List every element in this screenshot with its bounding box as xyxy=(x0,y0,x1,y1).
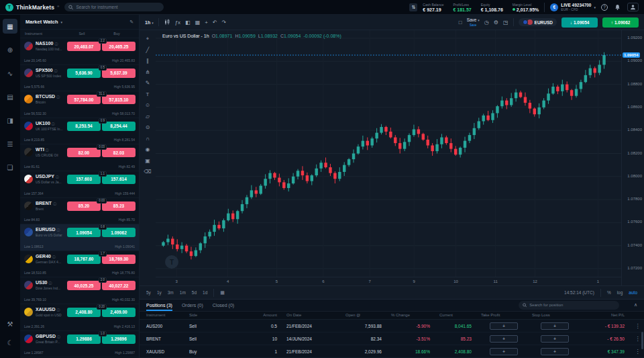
sidebar-item-portfolio portfolio-icon[interactable]: ❏ xyxy=(3,160,17,175)
candle-style-icon[interactable] xyxy=(164,19,170,26)
range-button-1y[interactable]: 1y xyxy=(157,290,162,295)
buy-price-button[interactable]: 40,027.22 xyxy=(102,281,136,290)
tab-orders[interactable]: Orders (0) xyxy=(182,300,203,311)
visibility-tool[interactable]: ◉ xyxy=(146,146,150,152)
add-chart-icon[interactable]: + xyxy=(205,19,208,26)
add-take-profit-button[interactable]: + xyxy=(490,335,518,343)
chart-plot[interactable]: Euro vs US Dollar - 1h O1.08971 H1.09059… xyxy=(156,30,621,277)
indicators-icon[interactable]: ƒx xyxy=(175,19,180,26)
instrument-row[interactable]: USDJPYⓘUS Dollar vs Ja...Low 157.364High… xyxy=(20,171,139,198)
percent-scale-toggle[interactable]: % xyxy=(607,290,611,295)
sell-price-button[interactable]: 20,463.07 xyxy=(67,42,101,51)
instrument-row[interactable]: NAS100ⓘNasdaq 100 Ind...Low 20,145.60Hig… xyxy=(20,38,139,65)
sell-price-button[interactable]: 1.09054 xyxy=(67,228,101,237)
sidebar-item-markets markets-icon[interactable]: ▦ xyxy=(3,19,17,34)
range-button-1d[interactable]: 1d xyxy=(203,290,207,295)
position-search[interactable] xyxy=(519,301,619,310)
notifications-button[interactable] xyxy=(613,3,622,11)
timeframe-selector[interactable]: 1h ▾ xyxy=(145,20,154,25)
transfer-funds-icon[interactable]: ⇅ xyxy=(409,3,417,11)
auto-scale-toggle[interactable]: auto xyxy=(629,290,637,295)
sidebar-item-tools tools-icon[interactable]: ⚒ xyxy=(3,316,17,331)
buy-price-button[interactable]: 82.03 xyxy=(102,148,136,157)
log-scale-toggle[interactable]: log xyxy=(617,290,623,295)
collapse-panel-icon[interactable]: ∧ xyxy=(634,302,637,308)
alert-icon[interactable]: ◷ xyxy=(484,19,489,26)
instrument-row[interactable]: GER40ⓘGerman DAX 4...Low 18,510.85High 1… xyxy=(20,251,139,278)
layout-grid-icon[interactable]: ▦ xyxy=(195,19,201,26)
instrument-search-input[interactable] xyxy=(76,5,160,9)
delete-tool[interactable]: ⌫ xyxy=(144,169,151,175)
buy-price-button[interactable]: 1.29896 xyxy=(102,334,136,344)
emoji-tool[interactable]: ☺ xyxy=(145,102,150,108)
range-button-1m[interactable]: 1m xyxy=(180,290,186,295)
undo-icon[interactable]: ↶ xyxy=(213,19,217,26)
add-take-profit-button[interactable]: + xyxy=(490,348,518,355)
save-layout-button[interactable]: Save ▾ Save xyxy=(467,17,480,28)
instrument-row[interactable]: EURUSDⓘEuro vs US DollarLow 1.08613High … xyxy=(20,224,139,251)
instrument-row[interactable]: WTIⓘUS CRUDE OilLow 81.61High 82.4982.00… xyxy=(20,144,139,171)
multiselect-icon[interactable]: □ xyxy=(459,19,462,26)
user-menu[interactable] xyxy=(627,3,639,11)
instrument-row[interactable]: BRENTⓘBrentLow 84.83High 85.7085.2085.23… xyxy=(20,198,139,225)
tab-positions[interactable]: Positions (3) xyxy=(146,300,172,311)
sell-price-button[interactable]: 5,636.90 xyxy=(67,69,101,78)
buy-price-button[interactable]: 2,409.00 xyxy=(102,308,136,317)
buy-button[interactable]: ↑1.09062 xyxy=(602,17,639,28)
buy-price-button[interactable]: 18,769.30 xyxy=(102,255,136,264)
column-header[interactable]: Take Profit xyxy=(478,313,529,317)
channel-tool[interactable]: ∥ xyxy=(146,58,149,64)
sidebar-item-signals signals-icon[interactable]: ∿ xyxy=(3,66,17,81)
buy-price-button[interactable]: 157.614 xyxy=(102,175,136,184)
row-menu-icon[interactable]: ⋮ xyxy=(631,323,644,329)
position-row[interactable]: XAUUSDBuy121/FEB/20242,029.9618.66%2,408… xyxy=(140,345,644,358)
position-search-input[interactable] xyxy=(529,303,615,307)
position-row[interactable]: BRENTSell1014/JUN/202482.34-3.51%85.23++… xyxy=(140,332,644,345)
instrument-row[interactable]: GBPUSDⓘGreat Britain P...Low 1.28987High… xyxy=(20,331,139,358)
buy-price-button[interactable]: 5,637.39 xyxy=(102,69,136,78)
sidebar-item-video-news video-news-icon[interactable]: ◨ xyxy=(3,113,17,128)
buy-price-button[interactable]: 8,254.44 xyxy=(102,122,136,131)
column-header[interactable]: Current xyxy=(437,313,478,317)
trendline-tool[interactable]: ╱ xyxy=(146,47,150,53)
add-stop-loss-button[interactable]: + xyxy=(541,335,569,343)
sell-price-button[interactable]: 85.20 xyxy=(67,202,101,211)
column-header[interactable]: On Date xyxy=(284,313,343,317)
zoom-tool[interactable]: ⊙ xyxy=(146,124,150,130)
fullscreen-icon[interactable]: ◳ xyxy=(503,19,508,26)
magnet-tool[interactable]: ∩ xyxy=(146,136,150,142)
buy-price-button[interactable]: 85.23 xyxy=(102,202,136,211)
instrument-row[interactable]: US30ⓘDow Jones Ind...Low 39,769.10High 4… xyxy=(20,277,139,304)
clock-utc[interactable]: 14:52:14 (UTC) xyxy=(564,290,594,295)
symbol-pill[interactable]: EURUSD xyxy=(519,18,557,26)
column-header[interactable]: Instrument xyxy=(140,313,186,317)
help-button[interactable]: ? xyxy=(601,4,608,11)
go-to-date-icon[interactable]: ▦ xyxy=(220,290,225,296)
text-tool[interactable]: T xyxy=(146,91,150,97)
settings-gear-icon[interactable]: ⚙ xyxy=(494,19,498,26)
measure-tool[interactable]: ▱ xyxy=(146,114,150,120)
time-axis[interactable]: 3456791011121 xyxy=(156,277,621,285)
buy-price-button[interactable]: 20,465.25 xyxy=(102,42,136,51)
sell-button[interactable]: ↓1.09054 xyxy=(561,17,598,28)
instrument-search[interactable] xyxy=(64,3,164,11)
sell-price-button[interactable]: 82.00 xyxy=(67,148,101,157)
add-stop-loss-button[interactable]: + xyxy=(541,348,569,355)
instrument-row[interactable]: UK100ⓘUK 100 FTSE In...Low 8,219.85High … xyxy=(20,118,139,145)
sidebar-item-dark-mode dark-mode-icon[interactable]: ☾ xyxy=(3,335,17,350)
column-header[interactable]: Open @ xyxy=(343,313,388,317)
sidebar-item-discover discover-icon[interactable]: ⊕ xyxy=(3,42,17,57)
market-watch-title[interactable]: Market Watch xyxy=(25,19,58,25)
range-button-5d[interactable]: 5d xyxy=(192,290,197,295)
add-stop-loss-button[interactable]: + xyxy=(541,322,569,330)
sell-price-button[interactable]: 157.603 xyxy=(67,175,101,184)
range-button-5y[interactable]: 5y xyxy=(146,290,151,295)
column-header[interactable]: Stop Loss xyxy=(529,313,580,317)
buy-price-button[interactable]: 57,815.10 xyxy=(102,95,136,104)
sell-price-button[interactable]: 8,253.54 xyxy=(67,122,101,131)
instrument-row[interactable]: SPX500ⓘUS SP 500 IndexLow 5,575.66High 5… xyxy=(20,65,139,92)
add-take-profit-button[interactable]: + xyxy=(490,322,518,330)
instrument-row[interactable]: XAUUSDⓘGold spot in USDLow 2,391.26High … xyxy=(20,304,139,331)
column-header[interactable]: Amount xyxy=(220,313,284,317)
tab-closed[interactable]: Closed (0) xyxy=(213,300,234,311)
